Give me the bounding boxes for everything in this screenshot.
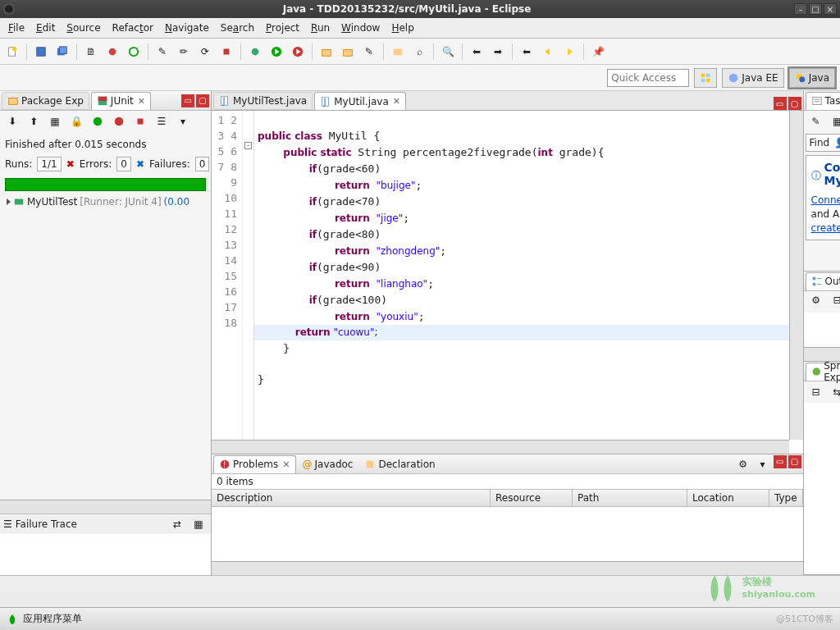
col-description[interactable]: Description (212, 490, 491, 506)
problems-scrollbar[interactable] (212, 561, 803, 575)
debug-button[interactable] (246, 43, 264, 61)
refresh-button[interactable]: ⟳ (196, 43, 214, 61)
collapse-spring-button[interactable]: ⊟ (807, 383, 825, 401)
link-editor-button[interactable]: ⇆ (829, 383, 840, 401)
scroll-lock-button[interactable]: 🔒 (67, 112, 85, 130)
expand-arrow-icon[interactable] (7, 199, 11, 205)
coverage-button[interactable] (289, 43, 307, 61)
tab-spring[interactable]: Spring Expl✕ (806, 363, 840, 381)
perspective-java[interactable]: Java (789, 68, 835, 88)
minimize-editor-button[interactable]: ▭ (774, 97, 787, 110)
forward-button[interactable] (560, 43, 578, 61)
next-failure-button[interactable]: ⬇ (3, 112, 21, 130)
fold-marker-icon[interactable]: – (244, 142, 252, 149)
maximize-view-button[interactable]: ▢ (196, 94, 209, 107)
menu-source[interactable]: Source (62, 21, 105, 35)
focus-outline-button[interactable]: ⚙ (807, 291, 825, 309)
stop-button[interactable] (217, 43, 235, 61)
new-button[interactable] (3, 43, 21, 61)
col-resource[interactable]: Resource (491, 490, 573, 506)
menu-dropdown-button[interactable]: ▾ (174, 112, 192, 130)
annotation-prev-button[interactable]: ⬅ (468, 43, 486, 61)
maximize-button[interactable]: □ (809, 3, 822, 15)
new-task-button[interactable]: ✎ (807, 112, 825, 130)
test-runner-label: [Runner: JUnit 4] (80, 196, 161, 208)
col-type[interactable]: Type (769, 490, 803, 506)
menu-help[interactable]: Help (386, 21, 418, 35)
categorize-button[interactable]: ▦ (829, 112, 840, 130)
tab-junit[interactable]: JUnit✕ (91, 92, 151, 110)
minimize-button[interactable]: – (794, 3, 807, 15)
new-interface-button[interactable]: ✎ (360, 43, 378, 61)
stop-junit-button[interactable] (131, 112, 149, 130)
history-button[interactable]: ☰ (153, 112, 171, 130)
tab-problems[interactable]: !Problems✕ (213, 455, 296, 473)
open-type-button[interactable] (389, 43, 407, 61)
col-location[interactable]: Location (687, 490, 769, 506)
menu-run[interactable]: Run (306, 21, 335, 35)
tab-task-list[interactable]: Task List✕ (806, 92, 840, 110)
menu-navigate[interactable]: Navigate (160, 21, 214, 35)
compare-button[interactable]: ⇄ (168, 515, 186, 533)
close-icon[interactable]: ✕ (138, 96, 145, 107)
save-all-button[interactable] (53, 43, 71, 61)
open-task-button[interactable]: ⌕ (410, 43, 428, 61)
skip-breakpoints-button[interactable] (103, 43, 121, 61)
editor-tab-myutiltest[interactable]: JMyUtilTest.java (213, 92, 313, 110)
editor-area[interactable]: 1 2 3 4 5 6 7 8 9 10 11 12 13 14 15 16 1… (212, 111, 803, 454)
menu-project[interactable]: Project (261, 21, 304, 35)
vertical-scrollbar[interactable] (789, 111, 803, 440)
toggle-breadcrumb-button[interactable]: 🗎 (82, 43, 100, 61)
app-menu-button[interactable]: 应用程序菜单 (23, 612, 82, 626)
menu-edit[interactable]: Edit (31, 21, 60, 35)
tab-package-explorer[interactable]: Package Exp (2, 92, 89, 110)
rerun-button[interactable] (89, 112, 107, 130)
new-class-button[interactable] (339, 43, 357, 61)
test-tree-row[interactable]: MyUtilTest [Runner: JUnit 4] (0.00 (3, 194, 208, 209)
quick-access-input[interactable] (607, 69, 689, 87)
problems-filter-button[interactable]: ⚙ (734, 455, 752, 473)
menu-refactor[interactable]: Refactor (107, 21, 158, 35)
connect-link[interactable]: Connect (811, 194, 840, 206)
run-button[interactable] (267, 43, 285, 61)
col-path[interactable]: Path (573, 490, 687, 506)
sort-button[interactable]: ⊟ (829, 291, 840, 309)
menu-search[interactable]: Search (216, 21, 259, 35)
show-failures-button[interactable]: ▦ (46, 112, 64, 130)
wand2-button[interactable]: ✏ (175, 43, 193, 61)
menu-window[interactable]: Window (336, 21, 385, 35)
junit-scrollbar[interactable] (0, 500, 211, 514)
editor-tab-myutil[interactable]: JMyUtil.java✕ (314, 92, 406, 110)
search-button[interactable]: 🔍 (439, 43, 457, 61)
outline-scrollbar[interactable] (804, 347, 840, 361)
pin-button[interactable]: 📌 (589, 43, 607, 61)
prev-failure-button[interactable]: ⬆ (25, 112, 43, 130)
maximize-problems-button[interactable]: ▢ (788, 455, 801, 468)
create-link[interactable]: create (811, 222, 840, 234)
perspective-javaee[interactable]: Java EE (722, 68, 783, 88)
close-icon[interactable]: ✕ (393, 96, 400, 107)
annotation-next-button[interactable]: ➡ (489, 43, 507, 61)
tab-declaration[interactable]: Declaration (359, 455, 440, 473)
build-button[interactable] (125, 43, 143, 61)
back-button[interactable] (539, 43, 557, 61)
menu-file[interactable]: File (3, 21, 30, 35)
minimize-view-button[interactable]: ▭ (181, 94, 194, 107)
tab-javadoc[interactable]: @ Javadoc (298, 455, 358, 473)
save-button[interactable] (32, 43, 50, 61)
presentation-icon[interactable]: 👤 (834, 137, 840, 148)
close-icon[interactable]: ✕ (282, 459, 290, 470)
code-editor[interactable]: public class MyUtil { public static Stri… (254, 111, 803, 454)
open-perspective-button[interactable] (694, 68, 717, 88)
minimize-problems-button[interactable]: ▭ (774, 455, 787, 468)
last-edit-button[interactable]: ⬅ (518, 43, 536, 61)
wand-button[interactable]: ✎ (153, 43, 171, 61)
horizontal-scrollbar[interactable] (212, 440, 789, 454)
maximize-editor-button[interactable]: ▢ (788, 97, 801, 110)
new-package-button[interactable] (317, 43, 336, 61)
tab-outline[interactable]: Outline✕ (806, 272, 840, 290)
close-button[interactable]: × (824, 3, 837, 15)
filter-trace-button[interactable]: ▦ (189, 515, 208, 533)
rerun-failed-button[interactable] (110, 112, 128, 130)
problems-menu-button[interactable]: ▾ (754, 455, 772, 473)
